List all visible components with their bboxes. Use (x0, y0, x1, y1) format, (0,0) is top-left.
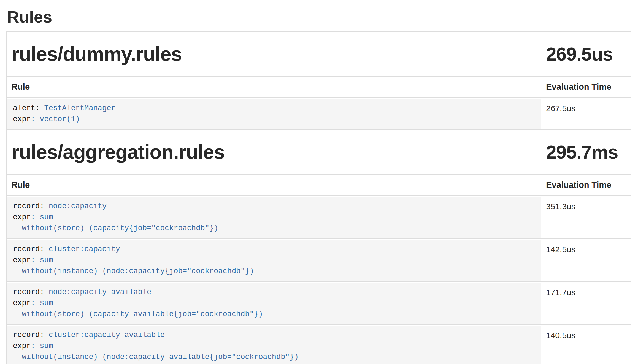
rule-cell: record: cluster:capacityexpr: sum withou… (6, 239, 542, 282)
page-title: Rules (7, 7, 631, 27)
rule-cell: alert: TestAlertManagerexpr: vector(1) (6, 98, 542, 130)
rule-expr-keyword: expr: (13, 213, 40, 221)
rule-cell: record: node:capacity_availableexpr: sum… (6, 282, 542, 325)
rule-expr-keyword: expr: (13, 299, 40, 307)
rule-column-header: Rule (6, 76, 542, 98)
rule-evaluation-time: 267.5us (542, 98, 631, 130)
rule-name-link[interactable]: cluster:capacity (49, 245, 120, 253)
rule-code: record: node:capacityexpr: sum without(s… (7, 197, 541, 238)
evaluation-time-column-header: Evaluation Time (542, 76, 631, 98)
rule-label-keyword: record: (13, 288, 49, 296)
rule-evaluation-time: 142.5us (542, 239, 631, 282)
evaluation-time-column-header: Evaluation Time (542, 174, 631, 196)
rule-expr-link[interactable]: sum without(instance) (node:capacity_ava… (13, 342, 299, 361)
rule-expr-link[interactable]: sum without(instance) (node:capacity{job… (13, 256, 254, 275)
rule-name-link[interactable]: node:capacity (49, 202, 107, 210)
rule-name-link[interactable]: TestAlertManager (44, 104, 115, 112)
rule-group-heading-row: rules/aggregation.rules 295.7ms (6, 130, 631, 174)
column-header-row: Rule Evaluation Time (6, 76, 631, 98)
rule-label-keyword: alert: (13, 104, 44, 112)
group-evaluation-time: 295.7ms (542, 130, 631, 174)
rule-expr-link[interactable]: sum without(store) (capacity{job="cockro… (13, 213, 218, 232)
rule-label-keyword: record: (13, 202, 49, 210)
rule-label-keyword: record: (13, 331, 49, 339)
rule-name-link[interactable]: cluster:capacity_available (49, 331, 165, 339)
rule-column-header: Rule (6, 174, 542, 196)
rule-row: record: cluster:capacity_availableexpr: … (6, 325, 631, 364)
rules-page: Rules rules/dummy.rules 269.5us Rule Eva… (0, 7, 638, 364)
column-header-row: Rule Evaluation Time (6, 174, 631, 196)
rule-code: record: cluster:capacityexpr: sum withou… (7, 240, 541, 281)
rule-cell: record: cluster:capacity_availableexpr: … (6, 325, 542, 364)
rule-evaluation-time: 171.7us (542, 282, 631, 325)
rule-cell: record: node:capacityexpr: sum without(s… (6, 196, 542, 239)
rule-label-keyword: record: (13, 245, 49, 253)
rule-row: record: cluster:capacityexpr: sum withou… (6, 239, 631, 282)
rule-row: record: node:capacity_availableexpr: sum… (6, 282, 631, 325)
rule-code: record: cluster:capacity_availableexpr: … (7, 326, 541, 364)
rule-evaluation-time: 140.5us (542, 325, 631, 364)
rule-evaluation-time: 351.3us (542, 196, 631, 239)
rule-file-name: rules/aggregation.rules (6, 130, 542, 174)
rule-row: record: node:capacityexpr: sum without(s… (6, 196, 631, 239)
rule-expr-keyword: expr: (13, 342, 40, 350)
rule-expr-keyword: expr: (13, 256, 40, 264)
rule-row: alert: TestAlertManagerexpr: vector(1) 2… (6, 98, 631, 130)
group-evaluation-time: 269.5us (542, 32, 631, 76)
rule-code: record: node:capacity_availableexpr: sum… (7, 283, 541, 324)
rule-expr-link[interactable]: vector(1) (40, 115, 80, 123)
rule-group-heading-row: rules/dummy.rules 269.5us (6, 32, 631, 76)
rule-name-link[interactable]: node:capacity_available (49, 288, 152, 296)
rules-table: rules/dummy.rules 269.5us Rule Evaluatio… (6, 31, 631, 364)
rule-file-name: rules/dummy.rules (6, 32, 542, 76)
rule-code: alert: TestAlertManagerexpr: vector(1) (7, 99, 541, 129)
rule-expr-link[interactable]: sum without(store) (capacity_available{j… (13, 299, 263, 318)
rule-expr-keyword: expr: (13, 115, 40, 123)
